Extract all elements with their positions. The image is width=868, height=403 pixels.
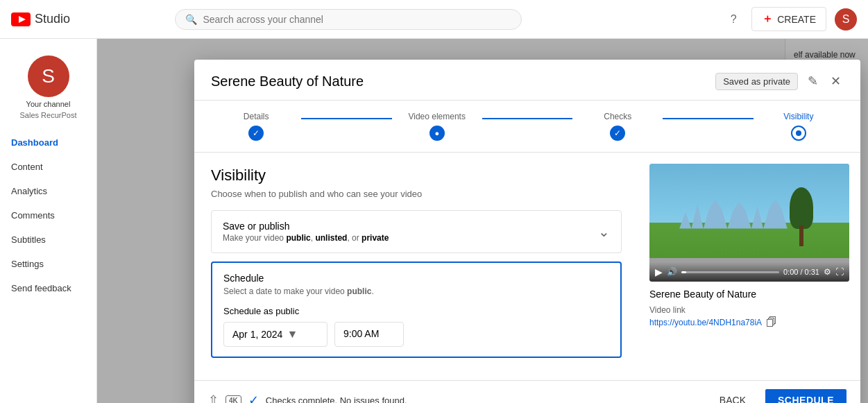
- step-details-circle: ✓: [248, 126, 264, 141]
- sidebar-channel-name: Sales RecurPost: [20, 111, 77, 119]
- time-picker[interactable]: 9:00 AM: [334, 322, 404, 347]
- step-checks-circle: ✓: [610, 126, 625, 141]
- step-video-elements[interactable]: Video elements ●: [392, 112, 482, 141]
- create-button[interactable]: ＋ CREATE: [751, 7, 826, 31]
- saved-badge: Saved as private: [715, 73, 798, 90]
- video-preview-title: Serene Beauty of Nature: [649, 289, 849, 300]
- dialog-header: Serene Beauty of Nature Saved as private…: [194, 60, 860, 101]
- connector-1: [301, 118, 391, 119]
- topbar-right: ? ＋ CREATE S: [724, 7, 857, 31]
- sidebar-item-content[interactable]: Content: [0, 155, 96, 179]
- checks-text: Checks complete. No issues found.: [266, 395, 407, 404]
- visibility-title: Visibility: [211, 166, 622, 185]
- step-visibility-circle: [791, 126, 806, 141]
- studio-logo-text: Studio: [35, 12, 70, 26]
- save-publish-card[interactable]: Save or publish Make your video public, …: [211, 210, 622, 253]
- connector-3: [663, 118, 753, 119]
- fullscreen-icon[interactable]: ⛶: [835, 267, 844, 277]
- sidebar-item-settings[interactable]: Settings: [0, 252, 96, 276]
- schedule-as-public-label: Schedule as public: [223, 306, 609, 316]
- dialog-right-panel: ▶ 🔊 0:00 / 0:31 ⚙ ⛶: [638, 153, 860, 380]
- create-label: CREATE: [777, 14, 816, 25]
- video-link-url[interactable]: https://youtu.be/4NDH1na78iA: [649, 318, 762, 327]
- search-icon: 🔍: [185, 14, 197, 25]
- topbar: Studio 🔍 ? ＋ CREATE S: [0, 0, 868, 39]
- help-icon[interactable]: ?: [724, 10, 743, 29]
- step-checks-label: Checks: [604, 112, 631, 121]
- main-layout: S Your channel Sales RecurPost Dashboard…: [0, 39, 868, 403]
- dialog-body: Visibility Choose when to publish and wh…: [194, 153, 860, 380]
- step-visibility-label: Visibility: [783, 112, 813, 121]
- save-publish-title: Save or publish: [223, 221, 389, 232]
- dialog-header-right: Saved as private ✎ ✕: [715, 71, 844, 100]
- step-details[interactable]: Details ✓: [211, 112, 301, 141]
- dialog: Serene Beauty of Nature Saved as private…: [194, 60, 860, 403]
- tree-trunk: [799, 225, 803, 246]
- copy-icon[interactable]: 🗍: [766, 316, 777, 329]
- avatar[interactable]: S: [835, 8, 857, 31]
- footer-right: BACK SCHEDULE: [707, 389, 846, 403]
- sidebar-avatar-section: S Your channel Sales RecurPost: [0, 50, 96, 130]
- video-link-row: https://youtu.be/4NDH1na78iA 🗍: [649, 316, 849, 329]
- video-link-label: Video link: [649, 305, 849, 315]
- dialog-left-panel: Visibility Choose when to publish and wh…: [194, 153, 638, 380]
- sidebar-item-feedback[interactable]: Send feedback: [0, 276, 96, 300]
- settings-icon[interactable]: ⚙: [824, 267, 831, 277]
- step-video-elements-circle: ●: [429, 126, 445, 141]
- video-preview: ▶ 🔊 0:00 / 0:31 ⚙ ⛶: [649, 164, 849, 282]
- tree-top: [790, 187, 814, 229]
- dialog-footer: ⇧ 4K ✓ Checks complete. No issues found.…: [194, 380, 860, 403]
- tree: [790, 187, 814, 246]
- search-bar[interactable]: 🔍: [175, 9, 522, 30]
- sidebar: S Your channel Sales RecurPost Dashboard…: [0, 39, 97, 403]
- visibility-subtitle: Choose when to publish and who can see y…: [211, 189, 622, 199]
- sidebar-item-analytics[interactable]: Analytics: [0, 179, 96, 203]
- sky: [649, 164, 849, 229]
- progress-fill: [681, 271, 686, 273]
- schedule-card: Schedule Select a date to make your vide…: [211, 261, 622, 358]
- upload-icon[interactable]: ⇧: [208, 393, 219, 403]
- hd-badge: 4K: [225, 395, 241, 404]
- play-button[interactable]: ▶: [655, 266, 663, 277]
- video-controls: ▶ 🔊 0:00 / 0:31 ⚙ ⛶: [649, 262, 849, 282]
- chevron-down-icon: ⌄: [598, 223, 610, 240]
- sidebar-item-dashboard[interactable]: Dashboard: [0, 130, 96, 155]
- date-value: Apr 1, 2024: [232, 329, 282, 340]
- dialog-title: Serene Beauty of Nature: [211, 74, 364, 98]
- connector-2: [482, 118, 572, 119]
- step-checks[interactable]: Checks ✓: [572, 112, 663, 141]
- stepper: Details ✓ Video elements ● Checks ✓: [194, 101, 860, 153]
- sidebar-avatar: S: [28, 55, 69, 97]
- schedule-button[interactable]: SCHEDULE: [765, 389, 846, 403]
- footer-left: ⇧ 4K ✓ Checks complete. No issues found.: [208, 393, 407, 403]
- create-plus-icon: ＋: [762, 12, 773, 26]
- sidebar-item-comments[interactable]: Comments: [0, 203, 96, 228]
- pencil-icon[interactable]: ✎: [805, 71, 821, 92]
- video-thumbnail: ▶ 🔊 0:00 / 0:31 ⚙ ⛶: [649, 164, 849, 282]
- content-area: elf available now rmissions ommunity Ser…: [97, 39, 868, 403]
- schedule-inputs: Apr 1, 2024 ▼ 9:00 AM: [223, 322, 609, 347]
- volume-icon[interactable]: 🔊: [667, 267, 677, 277]
- date-chevron-icon: ▼: [287, 328, 298, 341]
- step-details-label: Details: [244, 112, 269, 121]
- progress-bar[interactable]: [681, 271, 779, 273]
- search-input[interactable]: [203, 14, 341, 25]
- sidebar-item-subtitles[interactable]: Subtitles: [0, 228, 96, 252]
- schedule-title: Schedule: [223, 273, 609, 284]
- step-video-elements-label: Video elements: [408, 112, 466, 121]
- date-picker[interactable]: Apr 1, 2024 ▼: [223, 322, 327, 347]
- close-icon[interactable]: ✕: [828, 71, 844, 92]
- schedule-desc: Select a date to make your video public.: [223, 286, 609, 296]
- youtube-logo: Studio: [11, 12, 70, 26]
- check-complete-icon: ✓: [248, 393, 259, 403]
- time-display: 0:00 / 0:31: [783, 268, 819, 276]
- save-publish-card-left: Save or publish Make your video public, …: [223, 221, 389, 243]
- sidebar-channel-label: Your channel: [26, 100, 71, 108]
- back-button[interactable]: BACK: [707, 389, 758, 403]
- save-publish-desc: Make your video public, unlisted, or pri…: [223, 233, 389, 243]
- step-visibility[interactable]: Visibility: [754, 112, 844, 141]
